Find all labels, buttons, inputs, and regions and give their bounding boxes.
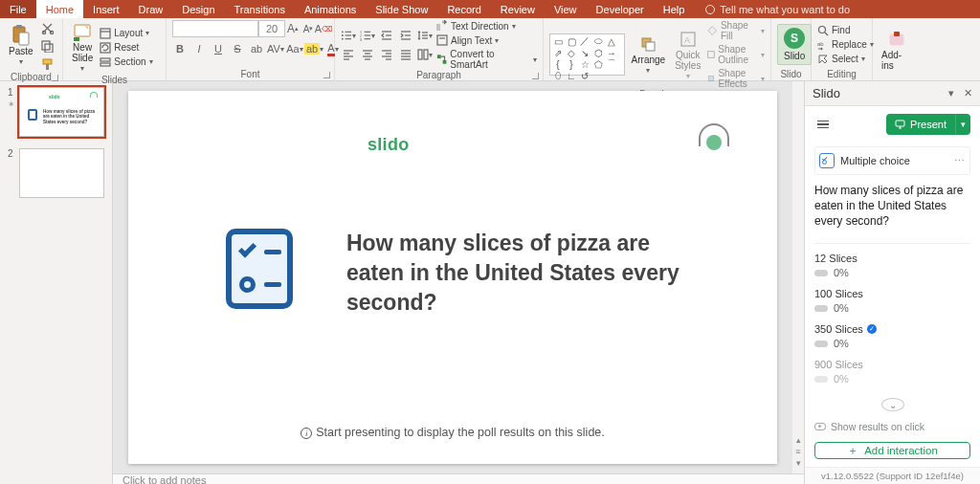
poll-type-chip[interactable]: Multiple choice ⋯ [814,146,970,175]
change-case-button[interactable]: Aa▾ [287,41,302,56]
shapes-gallery[interactable]: ▭▢／⬭△⇗ ◇↘⬡→{} ☆⬠⌒⬯∟↺ [549,33,625,76]
font-size-input[interactable] [258,20,285,37]
cut-button[interactable] [40,20,56,35]
more-options-icon[interactable]: ⋯ [954,155,966,167]
increase-indent-button[interactable] [398,28,413,43]
line-spacing-button[interactable]: ▾ [417,28,433,43]
tab-slideshow[interactable]: Slide Show [366,0,437,18]
shape-fill-button[interactable]: Shape Fill▾ [707,20,765,41]
addins-button[interactable]: Add-ins [879,28,915,73]
tab-record[interactable]: Record [437,0,490,18]
present-button[interactable]: Present ▾ [886,114,970,135]
align-right-button[interactable] [379,47,394,62]
paragraph-group-label: Paragraph [416,70,461,80]
numbering-button[interactable]: 123▾ [360,28,375,43]
add-interaction-button[interactable]: ＋ Add interaction [814,442,970,459]
section-button[interactable]: Section▾ [100,56,152,68]
split-handle-icon[interactable]: ≡ [795,447,800,456]
dialog-launcher-icon[interactable] [52,75,58,81]
bullets-button[interactable]: ▾ [341,28,356,43]
slide-thumbnail-pane: 1 ✶ slido How many slices of pizza are e… [0,81,113,484]
tab-review[interactable]: Review [491,0,545,18]
tab-developer[interactable]: Developer [587,0,654,18]
tab-file[interactable]: File [0,0,36,18]
tab-home[interactable]: Home [36,0,83,18]
svg-text:ab: ab [817,41,824,47]
pane-close-icon[interactable]: ✕ [964,87,972,99]
split-down-icon[interactable]: ▾ [796,458,801,468]
notes-pane[interactable]: Click to add notes [113,473,804,484]
tab-help[interactable]: Help [654,0,695,18]
strike-button[interactable]: S [230,41,245,56]
quick-styles-button[interactable]: A Quick Styles▾ [672,28,703,82]
columns-button[interactable]: ▾ [417,47,433,62]
pane-dropdown-icon[interactable]: ▾ [948,87,954,99]
highlight-button[interactable]: ab▾ [306,41,322,56]
char-spacing-button[interactable]: AV▾ [268,41,283,56]
tab-design[interactable]: Design [172,0,224,18]
clear-formatting-button[interactable]: A⌫ [316,21,331,36]
poll-option-4: 900 Slices 0% [814,359,970,385]
tab-draw[interactable]: Draw [129,0,173,18]
font-name-input[interactable] [172,20,258,37]
option-pct: 0% [834,267,849,278]
reset-button[interactable]: Reset [100,42,152,54]
shadow-button[interactable]: ab [249,41,264,56]
new-slide-button[interactable]: New Slide ▾ [69,20,96,75]
chevron-down-icon: ▾ [19,57,23,66]
slide-thumbnail-2[interactable] [19,148,104,198]
arrange-label: Arrange [632,55,666,65]
scroll-down-button[interactable]: ⌄ [881,398,904,411]
dialog-launcher-icon[interactable] [532,73,539,79]
poll-question-text: How many slices of pizza are eaten in th… [346,229,705,318]
text-direction-button[interactable]: ||Text Direction▾ [436,20,537,32]
tab-view[interactable]: View [545,0,587,18]
editor-gutter: ▴ ≡ ▾ [792,81,804,473]
ribbon-group-font: A▴ A▾ A⌫ B I U S ab AV▾ Aa▾ ab▾ A▾ Font [167,18,335,80]
copy-button[interactable] [40,38,56,54]
present-dropdown[interactable]: ▾ [955,114,970,135]
show-results-toggle[interactable]: Show results on click [814,421,970,432]
reset-label: Reset [114,42,139,53]
shape-effects-button[interactable]: Shape Effects▾ [707,68,765,89]
svg-rect-8 [46,64,49,70]
align-text-button[interactable]: Align Text▾ [436,34,537,46]
replace-button[interactable]: abReplace▾ [817,39,874,51]
align-left-button[interactable] [341,47,356,62]
tab-animations[interactable]: Animations [295,0,366,18]
underline-button[interactable]: U [211,41,226,56]
option-bar [814,270,828,276]
layout-button[interactable]: Layout▾ [100,28,152,39]
svg-rect-15 [100,63,110,66]
find-button[interactable]: Find [817,25,874,36]
slide-editor[interactable]: slido How many slices of pizza are eaten… [113,81,792,473]
slide-canvas[interactable]: slido How many slices of pizza are eaten… [128,91,777,464]
shape-outline-button[interactable]: Shape Outline▾ [707,44,765,65]
bold-button[interactable]: B [172,41,188,56]
format-painter-button[interactable] [40,56,56,72]
svg-rect-61 [646,42,655,51]
italic-button[interactable]: I [191,41,207,56]
grow-font-button[interactable]: A▴ [285,21,301,36]
arrange-button[interactable]: Arrange▾ [629,33,669,77]
thumb-avatar-icon [90,92,98,98]
tab-transitions[interactable]: Transitions [225,0,295,18]
slide-thumbnail-1[interactable]: slido How many slices of pizza are eaten… [19,87,104,137]
svg-rect-2 [19,33,29,45]
shrink-font-button[interactable]: A▾ [301,21,316,36]
convert-smartart-button[interactable]: Convert to SmartArt▾ [436,49,537,70]
hamburger-menu-button[interactable] [814,118,832,132]
option-name: 100 Slices [814,288,863,299]
decrease-indent-button[interactable] [379,28,394,43]
split-up-icon[interactable]: ▴ [796,435,801,445]
tell-me-search[interactable]: Tell me what you want to do [694,0,850,18]
option-pct: 0% [834,338,849,349]
ribbon-group-editing: Find abReplace▾ Select▾ Editing [812,18,873,80]
tab-insert[interactable]: Insert [83,0,129,18]
dialog-launcher-icon[interactable] [323,72,330,78]
align-center-button[interactable] [360,47,375,62]
slido-ribbon-button[interactable]: S Slido [777,24,812,65]
select-button[interactable]: Select▾ [817,54,874,65]
justify-button[interactable] [398,47,413,62]
paste-button[interactable]: Paste ▾ [6,24,36,68]
